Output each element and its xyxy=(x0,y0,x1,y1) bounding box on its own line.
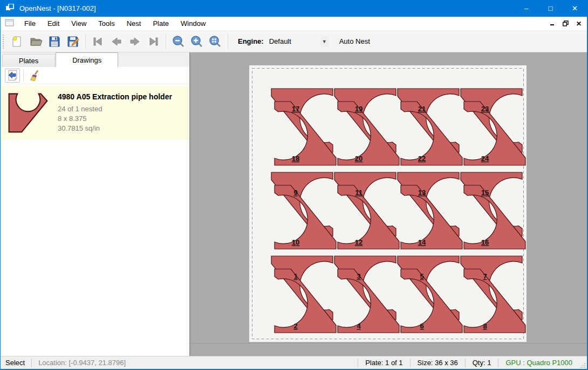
drawing-area: 30.7815 sq/in xyxy=(58,124,172,133)
part-number: 10 xyxy=(292,238,299,246)
nest-canvas[interactable]: 171819202122232491011121314151612345678 xyxy=(190,52,587,356)
left-panel: Plates Drawings xyxy=(1,52,190,356)
go-last-icon[interactable] xyxy=(144,33,162,50)
drawing-list-item[interactable]: 4980 A05 Extraction pipe holder 24 of 1 … xyxy=(1,86,189,140)
part-number: 14 xyxy=(418,238,426,246)
auto-nest-button[interactable]: Auto Nest xyxy=(336,35,373,48)
status-location: Location: [-0.9437, 21.8796] xyxy=(32,359,132,367)
part-number: 15 xyxy=(481,189,489,197)
save-edit-icon[interactable] xyxy=(64,33,82,50)
tab-strip: Plates Drawings xyxy=(1,52,189,67)
engine-select[interactable]: Default ▼ xyxy=(267,35,331,48)
part-number: 6 xyxy=(420,322,423,330)
status-plate: Plate: 1 of 1 xyxy=(358,359,409,367)
close-button[interactable]: ✕ xyxy=(563,0,587,17)
window-title: OpenNest - [N0317-002] xyxy=(19,4,514,12)
drawing-nested-count: 24 of 1 nested xyxy=(58,104,172,114)
clean-broom-icon[interactable] xyxy=(27,69,42,83)
mdi-window-controls: ✕ xyxy=(550,20,587,28)
save-icon[interactable] xyxy=(45,33,64,50)
menu-items: FileEditViewToolsNestPlateWindow xyxy=(18,17,211,30)
part-number: 18 xyxy=(292,154,299,163)
part-number: 19 xyxy=(355,105,363,113)
menu-item-edit[interactable]: Edit xyxy=(42,17,65,30)
part-number: 20 xyxy=(355,154,363,163)
toolbar-grip[interactable] xyxy=(3,35,5,49)
part-thumbnail xyxy=(5,91,51,134)
chevron-down-icon: ▼ xyxy=(320,36,329,47)
part-number: 4 xyxy=(357,322,361,330)
engine-value: Default xyxy=(269,37,320,45)
menu-item-window[interactable]: Window xyxy=(175,17,211,30)
toolbar-separator xyxy=(166,34,166,49)
menu-item-tools[interactable]: Tools xyxy=(92,17,120,30)
minimize-button[interactable]: – xyxy=(514,0,538,17)
main-toolbar: Engine: Default ▼ Auto Nest xyxy=(1,31,587,52)
part-number: 17 xyxy=(292,105,299,113)
drawing-title: 4980 A05 Extraction pipe holder xyxy=(58,92,172,101)
part-number: 24 xyxy=(481,154,489,163)
go-next-icon[interactable] xyxy=(126,33,144,50)
menu-item-plate[interactable]: Plate xyxy=(147,17,175,30)
part-number: 7 xyxy=(483,272,487,280)
drawings-toolbar xyxy=(1,67,189,84)
open-file-icon[interactable] xyxy=(27,33,45,50)
app-window: OpenNest - [N0317-002] – □ ✕ FileEditVie… xyxy=(0,0,588,370)
mdi-close-icon[interactable]: ✕ xyxy=(576,20,582,28)
mdi-restore-icon[interactable] xyxy=(563,21,569,26)
drawing-size: 8 x 8.375 xyxy=(58,114,172,124)
new-file-icon[interactable] xyxy=(9,33,27,50)
status-mode: Select xyxy=(1,359,31,367)
menu-item-file[interactable]: File xyxy=(18,17,42,30)
tab-plates[interactable]: Plates xyxy=(2,54,55,67)
part-number: 3 xyxy=(357,272,360,280)
panel-toolbar-separator xyxy=(23,70,24,82)
go-first-icon[interactable] xyxy=(89,33,107,50)
part-number: 11 xyxy=(355,189,363,197)
part-number: 12 xyxy=(355,238,363,246)
document-window-icon[interactable] xyxy=(5,19,14,28)
status-qty: Qty: 1 xyxy=(466,359,498,367)
status-gpu: GPU : Quadro P1000 xyxy=(498,359,579,367)
mdi-minimize-icon[interactable] xyxy=(550,21,555,26)
title-bar: OpenNest - [N0317-002] – □ ✕ xyxy=(1,0,587,17)
status-size: Size: 36 x 36 xyxy=(411,359,465,367)
import-drawing-icon[interactable] xyxy=(5,69,20,83)
part-number: 13 xyxy=(418,189,426,197)
part-number: 21 xyxy=(418,105,426,113)
canvas-edge-line xyxy=(190,343,587,344)
part-number: 8 xyxy=(483,322,487,330)
zoom-out-icon[interactable] xyxy=(169,33,188,50)
part-number: 22 xyxy=(418,154,426,163)
plate[interactable]: 171819202122232491011121314151612345678 xyxy=(249,65,527,342)
app-icon xyxy=(5,4,14,14)
part-number: 1 xyxy=(293,272,297,280)
status-bar: Select Location: [-0.9437, 21.8796] Plat… xyxy=(1,356,587,369)
part-number: 5 xyxy=(420,272,423,280)
go-previous-icon[interactable] xyxy=(107,33,126,50)
toolbar-separator xyxy=(228,34,228,49)
maximize-button[interactable]: □ xyxy=(538,0,563,17)
part-number: 2 xyxy=(293,322,297,330)
resize-grip[interactable] xyxy=(579,356,587,369)
part-number: 16 xyxy=(481,238,489,246)
zoom-fit-icon[interactable] xyxy=(206,33,224,50)
part-number: 9 xyxy=(293,189,297,197)
toolbar-separator xyxy=(85,34,86,49)
menu-item-view[interactable]: View xyxy=(65,17,92,30)
engine-label: Engine: xyxy=(238,37,264,45)
tab-drawings[interactable]: Drawings xyxy=(56,52,118,67)
menu-bar: FileEditViewToolsNestPlateWindow ✕ xyxy=(1,17,587,31)
part-number: 23 xyxy=(481,105,489,113)
zoom-in-icon[interactable] xyxy=(188,33,206,50)
menu-item-nest[interactable]: Nest xyxy=(121,17,147,30)
